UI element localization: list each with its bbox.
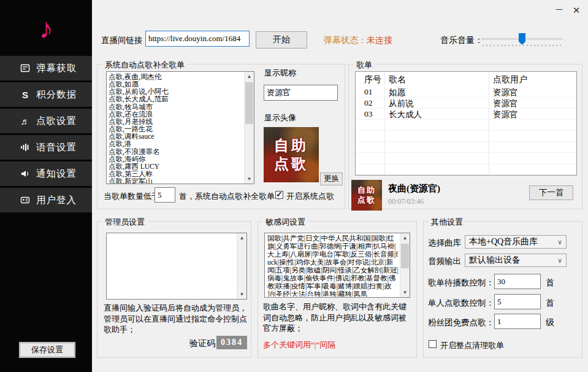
song-list-item[interactable]: 点歌,第三人称 (109, 170, 244, 177)
song-list-item[interactable]: 点歌,还在流浪 (109, 110, 244, 118)
library-value: 本地+QQ音乐曲库 (469, 237, 538, 246)
hourly-cleanup-checkbox[interactable] (429, 340, 437, 348)
scroll-down-icon[interactable]: ▼ (400, 288, 410, 297)
audio-output-label: 音频输出 (428, 256, 461, 267)
sidebar-item-danmu[interactable]: 弹幕获取 (0, 56, 92, 80)
start-button[interactable]: 开始 (256, 31, 307, 48)
song-list-item[interactable]: 点歌,夜曲,周杰伦 (109, 73, 244, 80)
song-list-item[interactable]: 点歌,调料sauce (109, 133, 244, 140)
avatar-text-line2: 点歌 (274, 155, 308, 173)
song-list-item[interactable]: 点歌,新定军山 (109, 177, 244, 184)
points-icon: S (20, 90, 31, 99)
table-header: 序号 歌名 点歌用户 (356, 72, 576, 87)
danmu-status-label: 弹幕状态： (324, 36, 367, 45)
col-user: 点歌用户 (493, 74, 527, 85)
close-icon[interactable]: ✕ (568, 4, 584, 17)
sidebar-item-label: 积分数据 (36, 88, 77, 101)
sensitive-words: 国歌|共产党|日文|中华人民共和国|国歌|红旗|义勇军进行曲|郭德纲|于谦|相声… (265, 234, 400, 296)
system-song-checkbox[interactable] (275, 191, 283, 199)
app-logo-music-note-icon: ♪ (0, 9, 92, 48)
scrollbar-thumb[interactable] (401, 244, 409, 268)
system-song-checkbox-label: 开启系统点歌 (286, 191, 334, 202)
table-row[interactable]: 01如愿资源官 (356, 87, 576, 98)
minimize-icon[interactable]: ─ (551, 4, 567, 17)
other-settings-group: 其他设置 选择曲库 本地+QQ音乐曲库 ∨ 音频输出 默认输出设备 ∨ 歌单待播… (423, 221, 582, 358)
row-song-name: 长大成人 (389, 109, 422, 120)
sidebar-item-user[interactable]: 用户登入 (0, 188, 92, 212)
song-list-item[interactable]: 点歌,长大成人,范茹 (109, 95, 244, 103)
volume-slider-thumb[interactable] (519, 33, 525, 45)
scroll-up-icon[interactable]: ▲ (237, 233, 246, 242)
chevron-down-icon: ∨ (557, 236, 562, 248)
thumb-text-line2: 点歌 (357, 195, 376, 205)
audio-output-dropdown[interactable]: 默认输出设备 ∨ (465, 254, 567, 267)
scroll-up-icon[interactable]: ▲ (245, 72, 254, 81)
sensitive-hint: 多个关键词用“|”间隔 (263, 339, 335, 351)
auto-playlist-listbox[interactable]: 点歌,夜曲,周杰伦点歌,如愿点歌,从前说,小阿七点歌,长大成人,范茹点歌,牧马城… (106, 71, 254, 184)
admin-description: 直播间输入验证码后将自动成为管理员，管理员可以在直播间通过指定命令控制点歌助手； (104, 303, 248, 335)
admin-title: 管理员设置 (102, 217, 147, 228)
admin-group: 管理员设置 ▲ ▼ 直播间输入验证码后将自动成为管理员，管理员可以在直播间通过指… (97, 221, 251, 358)
playlist-title: 歌单 (354, 60, 375, 71)
nickname-label: 显示昵称 (264, 68, 296, 79)
queue-limit-label: 歌单待播数控制： (428, 277, 494, 289)
nickname-input[interactable]: 资源官 (264, 85, 338, 101)
sidebar-item-label: 语音设置 (36, 141, 77, 154)
next-song-button[interactable]: 下一首 (529, 185, 573, 200)
listbox-scrollbar[interactable]: ▲ ▼ (244, 72, 254, 184)
song-list-item[interactable]: 点歌,月老掉线 (109, 118, 244, 125)
scroll-down-icon[interactable]: ▼ (245, 174, 254, 184)
scrollbar-thumb[interactable] (245, 82, 253, 124)
fans-free-input[interactable]: 1 (494, 314, 541, 329)
now-playing-title: 夜曲(资源官) (388, 183, 440, 195)
playlist-group: 歌单 序号 歌名 点歌用户 01如愿资源官02从前说资源官03长大成人资源官 自… (348, 64, 582, 209)
table-row[interactable]: 03长大成人资源官 (356, 109, 576, 120)
sidebar-item-points[interactable]: S积分数据 (0, 82, 92, 107)
admin-scrollbar[interactable]: ▲ ▼ (237, 233, 246, 299)
change-avatar-button[interactable]: 更换 (320, 172, 343, 185)
song-list-item[interactable]: 点歌,从前说,小阿七 (109, 88, 244, 95)
volume-slider-ticks (483, 45, 562, 46)
threshold-input[interactable]: 5 (155, 187, 175, 203)
song-list-item[interactable]: 点歌,海屿你 (109, 155, 244, 163)
volume-slider[interactable] (481, 32, 563, 48)
sensitive-description: 歌曲名字、用户昵称、歌词中含有此关键词自动忽略，防止用户捣乱以及敏感词被官方屏蔽… (263, 301, 414, 334)
col-song: 歌名 (389, 74, 406, 85)
verify-code-label: 验证码 (189, 338, 215, 349)
queue-limit-input[interactable]: 30 (494, 274, 541, 289)
row-index: 02 (364, 98, 373, 108)
sensitive-textarea[interactable]: 国歌|共产党|日文|中华人民共和国|国歌|红旗|义勇军进行曲|郭德纲|于谦|相声… (264, 233, 410, 298)
sidebar-item-notify[interactable]: 通知设置 (0, 161, 92, 186)
row-user: 资源官 (493, 109, 518, 120)
live-link-input[interactable]: https://live.douyin.com/1684 (145, 31, 250, 47)
row-song-name: 从前说 (389, 98, 414, 109)
row-user: 资源官 (493, 87, 518, 98)
scroll-up-icon[interactable]: ▲ (400, 233, 410, 242)
sidebar-item-song[interactable]: ♬点歌设置 (0, 109, 92, 133)
song-icon: ♬ (20, 116, 31, 126)
personal-limit-input[interactable]: 5 (494, 294, 541, 309)
threshold-prefix: 当歌单数量低于 (104, 191, 159, 202)
song-list-item[interactable]: 点歌,不浪漫罪名 (109, 148, 244, 155)
notify-icon (20, 169, 31, 179)
app-window: ♪ 弹幕获取S积分数据♬点歌设置语音设置通知设置用户登入 保存设置 ─ ✕ 直播… (0, 0, 588, 372)
playlist-table[interactable]: 序号 歌名 点歌用户 01如愿资源官02从前说资源官03长大成人资源官 (355, 71, 577, 176)
song-list-item[interactable]: 点歌,港 (109, 140, 244, 147)
admin-textarea-value (109, 234, 237, 298)
sidebar-item-voice[interactable]: 语音设置 (0, 135, 92, 160)
table-row (356, 142, 576, 153)
admin-textarea[interactable]: ▲ ▼ (106, 233, 247, 300)
sensitive-title: 敏感词设置 (263, 217, 308, 228)
scroll-down-icon[interactable]: ▼ (237, 290, 246, 299)
avatar-label: 显示头像 (264, 112, 296, 123)
table-row[interactable]: 02从前说资源官 (356, 98, 576, 109)
song-list-item[interactable]: 点歌,一路生花 (109, 125, 244, 133)
song-list: 点歌,夜曲,周杰伦点歌,如愿点歌,从前说,小阿七点歌,长大成人,范茹点歌,牧马城… (107, 72, 244, 184)
song-list-item[interactable]: 点歌,露西 LUCY (109, 163, 244, 170)
danmu-status-value: 未连接 (367, 36, 392, 45)
song-list-item[interactable]: 点歌,牧马城市 (109, 103, 244, 110)
save-settings-button[interactable]: 保存设置 (20, 343, 75, 357)
sensitive-scrollbar[interactable]: ▲ ▼ (400, 233, 410, 297)
library-dropdown[interactable]: 本地+QQ音乐曲库 ∨ (465, 235, 567, 249)
song-list-item[interactable]: 点歌,如愿 (109, 80, 244, 88)
